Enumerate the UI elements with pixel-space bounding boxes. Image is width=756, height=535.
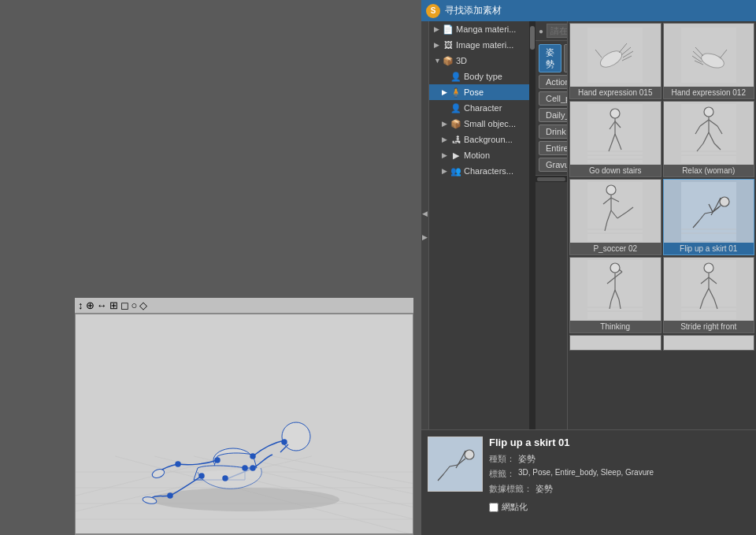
grid-item-hand-012[interactable]: Hand expression 012 [663, 23, 755, 99]
tree-item-motion[interactable]: ▶ ▶ Motion [429, 147, 529, 163]
grid-thumb-stride-right-front [664, 258, 754, 321]
grid-item-hand-015[interactable]: Hand expression 015 [569, 23, 662, 99]
svg-point-19 [223, 476, 228, 481]
search-circle-icon: ● [539, 27, 543, 35]
mesh-checkbox-label: 網點化 [502, 501, 528, 513]
filter-tag-daily[interactable]: Daily_behavior [539, 108, 567, 122]
diamond-icon[interactable]: ◇ [139, 299, 147, 311]
search-bar: ● [536, 21, 567, 41]
grid-label-relax-woman: Relax (woman) [664, 165, 754, 176]
canvas-viewport [75, 314, 413, 534]
svg-point-21 [250, 454, 255, 459]
svg-point-23 [282, 440, 287, 444]
scroll-down-arrow[interactable]: ▶ [422, 233, 428, 241]
search-input[interactable] [547, 24, 567, 38]
svg-point-18 [199, 474, 204, 478]
rotate-icon[interactable]: ↔ [97, 299, 107, 311]
svg-point-45 [610, 109, 620, 118]
tree-item-characters[interactable]: ▶ 👥 Characters... [429, 163, 529, 179]
info-data-tags-row: 數據標籤： 姿勢 [489, 483, 750, 495]
filter-row-3: Cell_phone [539, 91, 564, 106]
zoom-icon[interactable]: ⊕ [86, 299, 94, 311]
grid-thumb-hand-012 [664, 24, 754, 87]
filter-tag-entire-body[interactable]: Entire_body [539, 141, 567, 155]
grid-item-relax-woman[interactable]: Relax (woman) [663, 101, 755, 177]
filter-row-4: Daily_behavior [539, 108, 564, 122]
svg-rect-78 [681, 182, 736, 241]
grid-item-p-soccer-02[interactable]: P_soccer 02 [569, 179, 662, 255]
info-panel: Flip up a skirt 01 種類： 姿勢 標籤： 3D, Pose, … [421, 429, 756, 535]
info-checkbox-row: 網點化 [489, 501, 750, 513]
grid-label-p-soccer-02: P_soccer 02 [570, 243, 661, 254]
svg-point-56 [704, 107, 713, 117]
grid-item-partial-2[interactable] [663, 335, 755, 351]
tree-item-manga[interactable]: ▶ 📄 Manga materi... [429, 21, 529, 37]
grid-thumb-p-soccer-02 [570, 180, 661, 243]
svg-point-105 [704, 263, 713, 273]
filter-tag-cellphone[interactable]: Cell_phone [539, 91, 567, 106]
info-title: Flip up a skirt 01 [489, 437, 750, 448]
grid-label-hand-015: Hand expression 015 [570, 87, 661, 98]
grid-item-partial-1[interactable] [569, 335, 662, 351]
grid-thumb-thinking [570, 258, 661, 321]
grid-thumb-go-down-stairs [570, 102, 661, 165]
svg-point-20 [215, 458, 220, 463]
grid-icon[interactable]: ⊞ [109, 299, 118, 311]
info-tags-value: 3D, Pose, Entire_body, Sleep, Gravure [518, 468, 654, 480]
tree-item-background[interactable]: ▶ 🏞 Backgroun... [429, 132, 529, 147]
info-tags-row: 標籤： 3D, Pose, Entire_body, Sleep, Gravur… [489, 468, 750, 480]
filter-tag-drink[interactable]: Drink [539, 124, 567, 139]
grid-label-go-down-stairs: Go down stairs [570, 165, 661, 176]
grid-item-go-down-stairs[interactable]: Go down stairs [569, 101, 662, 177]
tree-scrollbar-thumb[interactable] [530, 26, 535, 50]
tree-item-small-object[interactable]: ▶ 📦 Small objec... [429, 116, 529, 132]
svg-point-22 [243, 466, 247, 470]
filter-row-6: Entire_body [539, 141, 564, 155]
svg-rect-113 [428, 437, 482, 491]
tree-item-body-type[interactable]: 👤 Body type [429, 69, 529, 84]
grid-label-hand-012: Hand expression 012 [664, 87, 754, 98]
info-data-tags-value: 姿勢 [536, 483, 553, 495]
info-thumbnail [428, 437, 483, 492]
circle-icon[interactable]: ○ [132, 299, 138, 311]
canvas-area: ↕ ⊕ ↔ ⊞ ◻ ○ ◇ [0, 0, 421, 535]
info-type-label: 種類： [489, 453, 515, 465]
left-scroll-edge: ◀ ▶ [421, 21, 429, 429]
move-icon[interactable]: ↕ [78, 299, 83, 311]
grid-thumb-hand-015 [570, 24, 661, 87]
header-title: 寻找添加素材 [445, 4, 502, 17]
filter-row-2: Action [539, 75, 564, 89]
asset-browser: ◀ ▶ ▶ 📄 Manga materi... ▶ 🖼 Image materi… [421, 21, 756, 429]
grid-thumb-flip-skirt [664, 180, 754, 243]
info-data-tags-label: 數據標籤： [489, 483, 532, 495]
figure-svg [76, 314, 413, 534]
filter-tag-action[interactable]: Action [539, 75, 567, 89]
mesh-checkbox[interactable] [489, 503, 498, 512]
tree-item-character[interactable]: 👤 Character [429, 100, 529, 116]
scroll-up-arrow[interactable]: ◀ [422, 210, 428, 217]
info-type-row: 種類： 姿勢 [489, 453, 750, 465]
svg-point-69 [606, 185, 616, 195]
right-panel: S 寻找添加素材 ◀ ▶ ▶ 📄 Manga materi... ▶ 🖼 Ima… [421, 0, 756, 535]
h-scroll-thumb[interactable] [537, 177, 565, 181]
tree-item-pose[interactable]: ▶ 🧍 Pose [429, 84, 529, 100]
rect-icon[interactable]: ◻ [120, 299, 129, 311]
grid-item-stride-right-front[interactable]: Stride right front [663, 257, 755, 333]
filter-row-7: Gravure [539, 158, 564, 172]
grid-item-flip-skirt[interactable]: Flip up a skirt 01 [663, 179, 755, 255]
info-tags-label: 標籤： [489, 468, 515, 480]
svg-point-26 [250, 466, 255, 470]
svg-point-25 [168, 493, 172, 498]
tree-item-image[interactable]: ▶ 🖼 Image materi... [429, 37, 529, 53]
grid-label-stride-right-front: Stride right front [664, 321, 754, 333]
svg-point-93 [610, 263, 620, 273]
grid-thumb-relax-woman [664, 102, 754, 165]
tree-item-3d[interactable]: ▼ 📦 3D [429, 53, 529, 69]
grid-item-thinking[interactable]: Thinking [569, 257, 662, 333]
info-type-value: 姿勢 [518, 453, 536, 465]
filter-tag-gravure[interactable]: Gravure [539, 158, 567, 172]
grid-label-thinking: Thinking [570, 321, 661, 333]
asset-header: S 寻找添加素材 [421, 0, 756, 21]
filter-tag-pose[interactable]: 姿勢 [539, 44, 561, 72]
grid-label-flip-skirt: Flip up a skirt 01 [664, 243, 754, 254]
